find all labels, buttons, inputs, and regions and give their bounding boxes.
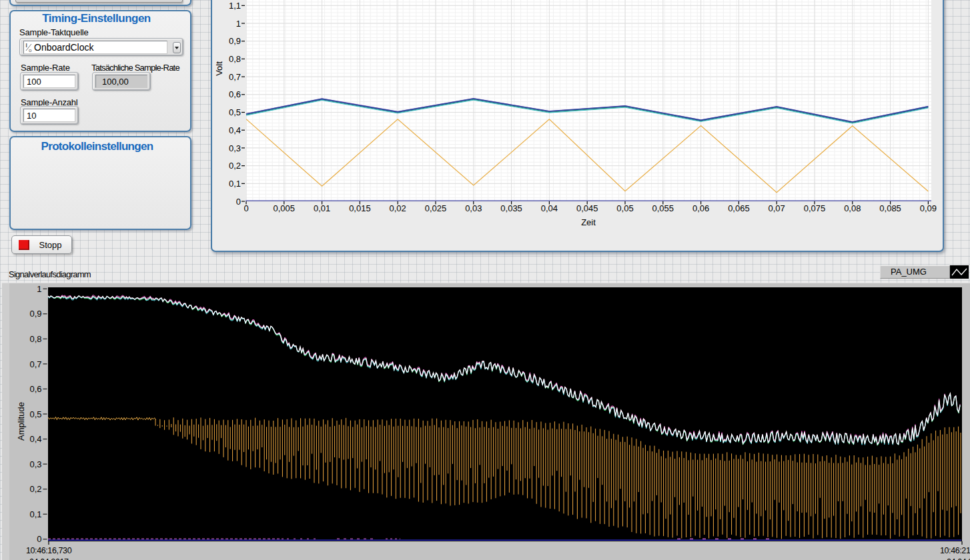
svg-text:0,3: 0,3 — [29, 459, 41, 469]
svg-text:0,07: 0,07 — [769, 203, 785, 213]
svg-text:0,09: 0,09 — [920, 203, 937, 213]
svg-text:o: o — [29, 47, 32, 53]
svg-text:1,1: 1,1 — [229, 1, 241, 11]
svg-text:0,9: 0,9 — [229, 36, 241, 46]
svg-text:Volt: Volt — [214, 61, 224, 76]
svg-text:0,02: 0,02 — [390, 203, 406, 213]
svg-text:0,05: 0,05 — [616, 203, 633, 213]
svg-text:0,065: 0,065 — [728, 203, 750, 213]
svg-text:0,6: 0,6 — [29, 384, 41, 394]
svg-text:0,5: 0,5 — [29, 409, 41, 419]
svg-text:04.04.2017: 04.04.2017 — [947, 557, 970, 560]
svg-text:04.04.2017: 04.04.2017 — [29, 557, 69, 560]
svg-text:0,1: 0,1 — [229, 179, 241, 189]
svg-text:I: I — [26, 41, 27, 48]
svg-text:0,025: 0,025 — [425, 203, 447, 213]
svg-text:0,4: 0,4 — [229, 125, 241, 135]
svg-text:0,015: 0,015 — [349, 203, 371, 213]
svg-text:0: 0 — [244, 203, 248, 213]
svg-text:0,1: 0,1 — [29, 509, 41, 519]
svg-text:0: 0 — [236, 197, 241, 207]
svg-text:10:46:16,730: 10:46:16,730 — [26, 546, 72, 555]
svg-text:0,7: 0,7 — [29, 359, 41, 369]
svg-text:0,045: 0,045 — [576, 203, 598, 213]
svg-text:0,005: 0,005 — [274, 203, 296, 213]
svg-text:0,01: 0,01 — [314, 203, 330, 213]
svg-text:0,035: 0,035 — [500, 203, 522, 213]
svg-text:0,8: 0,8 — [229, 54, 241, 64]
svg-text:0,7: 0,7 — [229, 72, 241, 82]
svg-text:0,08: 0,08 — [844, 203, 861, 213]
svg-text:0,9: 0,9 — [29, 309, 41, 319]
svg-text:0,2: 0,2 — [29, 484, 41, 494]
svg-text:Zeit: Zeit — [581, 217, 596, 227]
svg-text:1: 1 — [236, 19, 241, 29]
svg-text:0,055: 0,055 — [652, 203, 674, 213]
svg-text:Amplitude: Amplitude — [16, 402, 26, 441]
svg-text:0,085: 0,085 — [879, 203, 901, 213]
svg-text:0,3: 0,3 — [229, 143, 241, 153]
svg-text:0,04: 0,04 — [541, 203, 558, 213]
svg-text:0,8: 0,8 — [29, 334, 41, 344]
svg-text:0: 0 — [37, 534, 41, 544]
svg-text:0,4: 0,4 — [29, 434, 41, 444]
svg-text:0,06: 0,06 — [692, 203, 709, 213]
svg-text:0,5: 0,5 — [229, 107, 241, 117]
svg-text:1: 1 — [37, 284, 41, 294]
svg-text:0,03: 0,03 — [465, 203, 482, 213]
svg-text:0,2: 0,2 — [229, 161, 241, 171]
svg-text:0,6: 0,6 — [229, 89, 241, 99]
svg-text:0,075: 0,075 — [804, 203, 826, 213]
svg-text:10:46:21,: 10:46:21, — [940, 546, 970, 555]
